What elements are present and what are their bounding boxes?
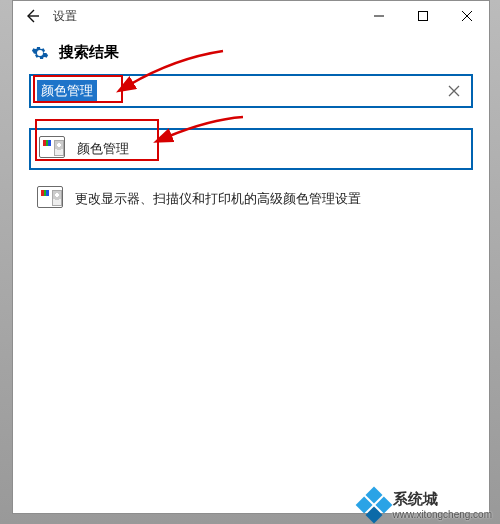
result-label: 更改显示器、扫描仪和打印机的高级颜色管理设置: [75, 190, 361, 208]
close-button[interactable]: [445, 1, 489, 31]
result-item-color-management[interactable]: 颜色管理: [29, 128, 473, 170]
settings-window: 设置 搜索结果: [12, 0, 490, 514]
window-title: 设置: [53, 8, 77, 25]
watermark: 系统城 www.xitongcheng.com: [361, 490, 493, 520]
control-panel-icon: [37, 186, 63, 212]
watermark-url: www.xitongcheng.com: [393, 509, 493, 520]
svg-rect-0: [419, 12, 428, 21]
clear-search-button[interactable]: [437, 76, 471, 106]
result-label: 颜色管理: [77, 140, 129, 158]
titlebar: 设置: [13, 1, 489, 31]
minimize-button[interactable]: [357, 1, 401, 31]
search-input-value[interactable]: 颜色管理: [37, 80, 97, 102]
result-item-advanced-color-settings[interactable]: 更改显示器、扫描仪和打印机的高级颜色管理设置: [29, 180, 473, 218]
back-button[interactable]: [19, 3, 45, 29]
watermark-name: 系统城: [393, 490, 438, 507]
search-box[interactable]: 颜色管理: [29, 74, 473, 108]
watermark-logo-icon: [355, 487, 392, 524]
search-results: 颜色管理 更改显示器、扫描仪和打印机的高级颜色管理设置: [29, 128, 473, 218]
gear-icon: [31, 44, 49, 62]
control-panel-icon: [39, 136, 65, 162]
maximize-button[interactable]: [401, 1, 445, 31]
page-heading: 搜索结果: [59, 43, 119, 62]
